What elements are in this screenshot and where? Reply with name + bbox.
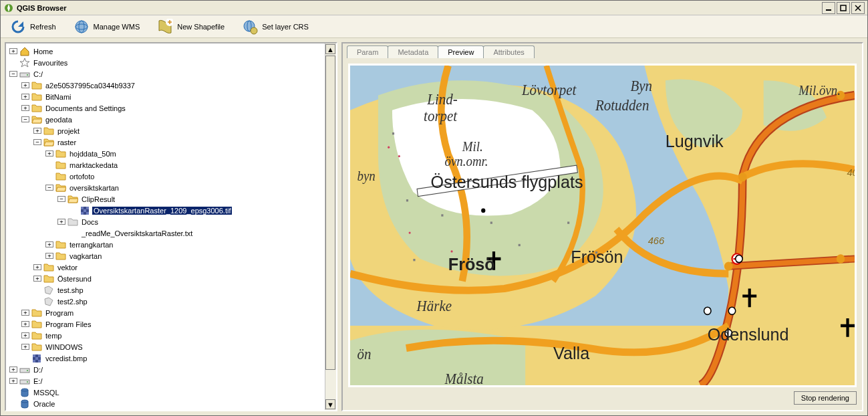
tree-item-d-drive[interactable]: D:/ [32, 366, 44, 374]
expand-icon[interactable]: + [21, 321, 29, 327]
maximize-button[interactable] [837, 2, 850, 14]
expand-icon[interactable]: + [21, 82, 29, 88]
svg-rect-2 [841, 5, 846, 11]
tree-item[interactable]: Documents and Settings [44, 104, 127, 112]
folder-icon [31, 342, 42, 352]
file-tree[interactable]: +Home Favourites −C:/ +a2e50537995ca0344… [6, 43, 336, 410]
tree-item[interactable]: ortofoto [68, 173, 96, 181]
tree-item[interactable]: Program [44, 309, 75, 317]
svg-point-3 [76, 21, 88, 33]
tree-item[interactable]: a2e50537995ca0344b9337 [44, 82, 136, 90]
tree-item-mssql[interactable]: MSSQL [32, 389, 61, 397]
tree-item[interactable]: Program Files [44, 320, 92, 328]
map-label: Lövtorpet [521, 82, 577, 99]
expand-icon[interactable]: + [33, 264, 41, 270]
tree-item[interactable]: test2.shp [56, 298, 89, 306]
tree-item[interactable]: WINDOWS [44, 343, 84, 351]
tree-item-home[interactable]: Home [32, 47, 54, 56]
svg-point-50 [409, 231, 411, 233]
tree-item[interactable]: vagkartan [68, 252, 103, 260]
manage-wms-button[interactable]: Manage WMS [69, 17, 144, 37]
tree-item[interactable]: Docs [80, 218, 100, 226]
folder-icon [55, 148, 66, 159]
preview-footer: Stop rendering [348, 387, 857, 405]
tree-item[interactable]: test.shp [56, 286, 85, 294]
svg-point-51 [450, 250, 452, 252]
crs-icon [242, 19, 258, 35]
expand-icon[interactable]: + [57, 219, 65, 225]
stop-rendering-button[interactable]: Stop rendering [794, 391, 857, 405]
expand-icon[interactable]: + [9, 367, 17, 373]
tree-item[interactable]: BitNami [44, 93, 73, 101]
tree-item-raster[interactable]: raster [56, 138, 78, 146]
folder-icon [31, 103, 42, 114]
set-layer-crs-button[interactable]: Set layer CRS [238, 17, 313, 37]
vertical-scrollbar[interactable]: ▲ ▼ [325, 43, 336, 410]
map-label: Valla [553, 343, 590, 362]
map-label: byn [357, 169, 375, 184]
tree-item-e-drive[interactable]: E:/ [32, 377, 43, 385]
collapse-icon[interactable]: + [9, 48, 17, 54]
map-label: Frösön [571, 247, 623, 266]
expand-icon[interactable]: + [33, 276, 41, 282]
expand-icon[interactable]: + [21, 310, 29, 316]
tab-preview[interactable]: Preview [438, 45, 484, 58]
refresh-label: Refresh [30, 23, 56, 31]
tree-item[interactable]: vcredist.bmp [44, 354, 88, 362]
collapse-icon[interactable]: − [21, 116, 29, 122]
map-label: Lind- [426, 91, 457, 108]
folder-icon [31, 319, 42, 330]
expand-icon[interactable]: + [45, 150, 53, 157]
map-label: Mil.övn. [798, 84, 841, 98]
scroll-up-arrow[interactable]: ▲ [325, 44, 335, 54]
window-title: QGIS Browser [17, 4, 822, 12]
close-button[interactable] [851, 2, 865, 14]
tree-item-clipresult[interactable]: ClipResult [80, 195, 116, 203]
tree-item-favourites[interactable]: Favourites [32, 59, 69, 67]
tree-item-oversiktskartan[interactable]: oversiktskartan [68, 184, 120, 192]
refresh-button[interactable]: Refresh [6, 17, 60, 37]
svg-rect-44 [519, 244, 521, 246]
postgis-icon [19, 410, 30, 411]
expand-icon[interactable]: + [9, 378, 17, 384]
scroll-down-arrow[interactable]: ▼ [325, 399, 335, 409]
svg-rect-15 [84, 209, 86, 212]
tab-metadata[interactable]: Metadata [388, 45, 438, 58]
tree-item[interactable]: hojddata_50m [68, 150, 118, 158]
expand-icon[interactable]: + [21, 344, 29, 350]
tree-item[interactable]: marktackedata [68, 161, 119, 169]
tab-param[interactable]: Param [347, 45, 388, 58]
expand-icon[interactable]: + [21, 105, 29, 111]
expand-icon[interactable]: + [21, 332, 29, 338]
tree-item[interactable]: temp [44, 332, 63, 340]
tree-item[interactable]: terrangkartan [68, 241, 114, 249]
map-preview[interactable]: Lind- torpet Lövtorpet Byn Rotudden Mil.… [348, 64, 857, 387]
tree-item[interactable]: vektor [56, 264, 79, 272]
collapse-icon[interactable]: − [45, 185, 53, 191]
expand-icon[interactable]: + [21, 94, 29, 100]
collapse-icon[interactable]: − [9, 71, 17, 77]
tree-item-readme[interactable]: _readMe_OversiktskartaRaster.txt [80, 229, 194, 237]
collapse-icon[interactable]: − [57, 196, 65, 202]
manage-wms-label: Manage WMS [94, 23, 140, 31]
expand-icon[interactable]: + [33, 128, 41, 134]
expand-icon[interactable]: + [45, 253, 53, 259]
tree-item[interactable]: Östersund [56, 275, 93, 283]
expand-icon[interactable]: + [45, 241, 53, 247]
svg-point-39 [481, 208, 485, 213]
tree-item-oracle[interactable]: Oracle [32, 400, 56, 408]
svg-rect-1 [826, 9, 831, 11]
folder-icon [31, 330, 42, 341]
new-shapefile-button[interactable]: New Shapefile [153, 17, 229, 37]
svg-rect-43 [490, 221, 492, 223]
tree-item[interactable]: projekt [56, 127, 81, 135]
map-label: Östersunds flygplats [431, 173, 583, 192]
tabstrip: Param Metadata Preview Attributes [343, 43, 862, 58]
tab-attributes[interactable]: Attributes [483, 45, 534, 58]
tree-item-selected-file[interactable]: OversiktskartanRaster_1209_epsg3006.tif [92, 207, 232, 215]
scroll-thumb[interactable] [325, 56, 335, 370]
minimize-button[interactable] [822, 2, 835, 14]
tree-item-c-drive[interactable]: C:/ [32, 70, 44, 78]
tree-item-geodata[interactable]: geodata [44, 116, 74, 124]
collapse-icon[interactable]: − [33, 139, 41, 145]
